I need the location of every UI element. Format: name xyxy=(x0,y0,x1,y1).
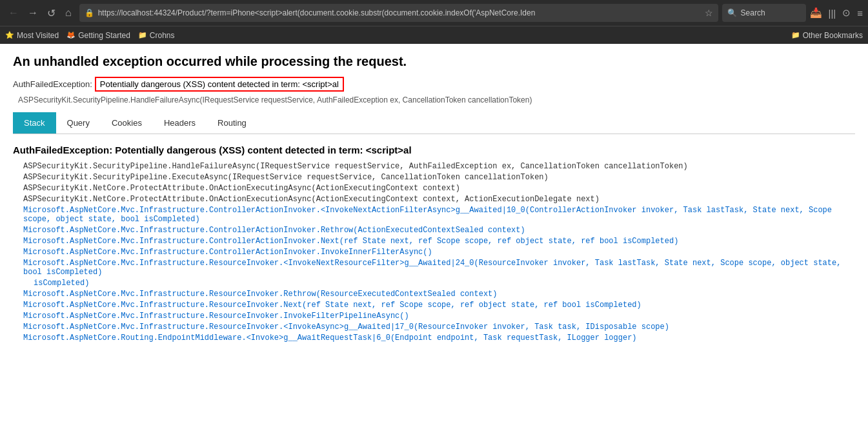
nav-buttons: ← → ↺ ⌂ xyxy=(5,6,76,21)
forward-button[interactable]: → xyxy=(25,6,41,20)
sync-button[interactable]: ⊙ xyxy=(842,7,851,19)
stack-trace-item: Microsoft.AspNetCore.Mvc.Infrastructure.… xyxy=(13,206,855,224)
refresh-button[interactable]: ↺ xyxy=(44,6,59,21)
folder-icon: 📁 xyxy=(138,31,147,39)
stack-section-title: AuthFailedException: Potentially dangero… xyxy=(13,144,855,155)
browser-chrome: ← → ↺ ⌂ 🔒 https://localhost:44324/Produc… xyxy=(0,0,868,44)
getting-started-label: Getting Started xyxy=(78,31,130,40)
stack-trace-item: Microsoft.AspNetCore.Routing.EndpointMid… xyxy=(13,333,855,343)
pocket-button[interactable]: 📥 xyxy=(810,7,822,19)
tab-query[interactable]: Query xyxy=(56,112,101,134)
address-bar[interactable]: 🔒 https://localhost:44324/Product/?term=… xyxy=(79,4,718,22)
stack-trace-item: Microsoft.AspNetCore.Mvc.Infrastructure.… xyxy=(13,248,855,257)
stack-trace-item: ASPSecurityKit.SecurityPipeline.HandleFa… xyxy=(13,162,855,171)
exception-title: An unhandled exception occurred while pr… xyxy=(13,54,855,69)
tabs-bar: Stack Query Cookies Headers Routing xyxy=(13,112,855,134)
search-text: Search xyxy=(741,8,765,17)
stack-trace-item: Microsoft.AspNetCore.Mvc.Infrastructure.… xyxy=(13,312,855,321)
crohns-bookmark[interactable]: 📁 Crohns xyxy=(138,31,175,40)
bookmark-star-button[interactable]: ☆ xyxy=(705,8,713,18)
stack-trace-item: ASPSecurityKit.NetCore.ProtectAttribute.… xyxy=(13,184,855,193)
history-button[interactable]: ||| xyxy=(829,8,836,19)
exception-type-label: AuthFailedException: xyxy=(13,79,92,89)
stack-trace-item: Microsoft.AspNetCore.Mvc.Infrastructure.… xyxy=(13,301,855,310)
stack-trace-item: Microsoft.AspNetCore.Mvc.Infrastructure.… xyxy=(13,237,855,246)
tab-cookies[interactable]: Cookies xyxy=(101,112,153,134)
stack-trace-item: ASPSecurityKit.SecurityPipeline.ExecuteA… xyxy=(13,173,855,182)
getting-started-bookmark[interactable]: 🦊 Getting Started xyxy=(66,31,130,40)
stack-trace-item: Microsoft.AspNetCore.Mvc.Infrastructure.… xyxy=(13,323,855,332)
crohns-label: Crohns xyxy=(150,31,175,40)
home-button[interactable]: ⌂ xyxy=(61,6,76,20)
toolbar-icons: 📥 ||| ⊙ ≡ xyxy=(810,7,863,19)
stack-trace-item: Microsoft.AspNetCore.Mvc.Infrastructure.… xyxy=(13,259,855,277)
bookmarks-bar: ⭐ Most Visited 🦊 Getting Started 📁 Crohn… xyxy=(0,26,868,44)
exception-stack-short: ASPSecurityKit.SecurityPipeline.HandleFa… xyxy=(13,95,855,104)
tab-headers[interactable]: Headers xyxy=(153,112,207,134)
firefox-icon: 🦊 xyxy=(66,31,76,39)
page-content: An unhandled exception occurred while pr… xyxy=(0,44,868,447)
most-visited-bookmark[interactable]: ⭐ Most Visited xyxy=(5,31,59,40)
stack-trace-list: ASPSecurityKit.SecurityPipeline.HandleFa… xyxy=(13,162,855,343)
other-bookmarks[interactable]: 📁 Other Bookmarks xyxy=(791,31,863,40)
stack-trace-item: isCompleted) xyxy=(13,279,855,288)
url-text: https://localhost:44324/Product/?term=iP… xyxy=(98,8,701,17)
back-button[interactable]: ← xyxy=(5,6,22,20)
most-visited-label: Most Visited xyxy=(17,31,59,40)
menu-button[interactable]: ≡ xyxy=(857,8,863,19)
tab-stack[interactable]: Stack xyxy=(13,112,56,134)
browser-toolbar: ← → ↺ ⌂ 🔒 https://localhost:44324/Produc… xyxy=(0,0,868,26)
exception-type-line: AuthFailedException: Potentially dangero… xyxy=(13,77,855,92)
stack-trace-item: Microsoft.AspNetCore.Mvc.Infrastructure.… xyxy=(13,226,855,235)
other-bookmarks-label: Other Bookmarks xyxy=(803,31,863,40)
tab-routing[interactable]: Routing xyxy=(207,112,257,134)
other-bookmarks-folder-icon: 📁 xyxy=(791,31,800,39)
search-bar[interactable]: 🔍 Search xyxy=(722,4,806,22)
shield-icon: 🔒 xyxy=(85,8,94,17)
star-icon: ⭐ xyxy=(5,31,14,39)
search-icon: 🔍 xyxy=(727,8,737,17)
stack-trace-item: ASPSecurityKit.NetCore.ProtectAttribute.… xyxy=(13,195,855,204)
stack-trace-item: Microsoft.AspNetCore.Mvc.Infrastructure.… xyxy=(13,290,855,299)
exception-message-box: Potentially dangerous (XSS) content dete… xyxy=(95,77,344,92)
